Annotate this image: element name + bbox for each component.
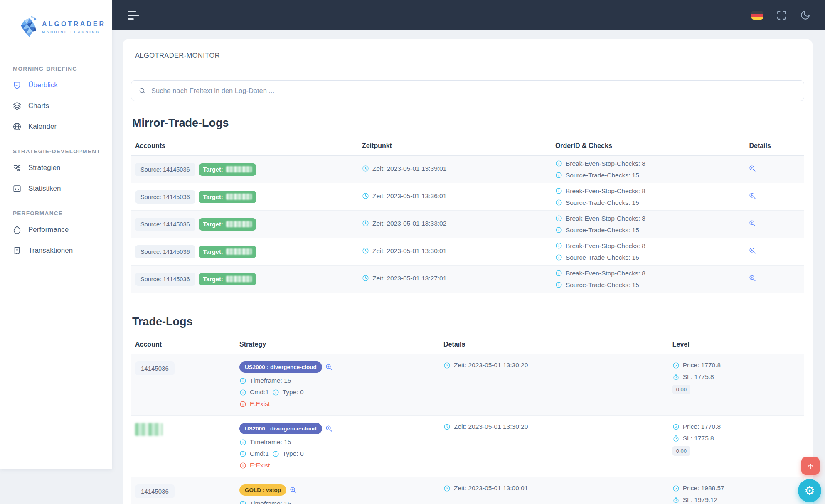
sidebar: ALGOTRADER MACHINE LEARNING MORNING-BRIE… bbox=[0, 0, 112, 469]
info-icon bbox=[239, 439, 246, 446]
moon-icon[interactable] bbox=[800, 10, 810, 20]
redacted-target-account bbox=[226, 248, 252, 255]
target-account-badge: Target: bbox=[199, 163, 256, 176]
trade-logs-title: Trade-Logs bbox=[132, 315, 803, 328]
strategy-zoom-icon[interactable] bbox=[290, 487, 297, 494]
brain-logo-icon bbox=[18, 14, 37, 40]
details-zoom-icon[interactable] bbox=[749, 192, 756, 199]
mirror-log-row: Source: 14145036Target: Zeit: 2023-05-01… bbox=[131, 156, 804, 183]
receipt-icon bbox=[12, 246, 22, 255]
log-search-bar[interactable] bbox=[131, 80, 804, 101]
app-logo[interactable]: ALGOTRADER MACHINE LEARNING bbox=[0, 0, 112, 40]
info-icon bbox=[555, 270, 562, 277]
target-account-badge: Target: bbox=[199, 246, 256, 258]
sidebar-item-label: Kalender bbox=[28, 123, 57, 131]
strategy-badge: GOLD : vstop bbox=[239, 484, 286, 496]
sidebar-item-statistiken[interactable]: Statistiken bbox=[12, 178, 105, 199]
info-icon bbox=[555, 254, 562, 261]
check-circle-icon bbox=[672, 423, 680, 430]
source-account-badge: Source: 14145036 bbox=[135, 218, 195, 231]
settings-fab-button[interactable]: ⚙ bbox=[798, 479, 821, 502]
error-value: E:Exist bbox=[250, 400, 270, 408]
mirror-log-row: Source: 14145036Target: Zeit: 2023-05-01… bbox=[131, 183, 804, 211]
details-zoom-icon[interactable] bbox=[749, 220, 756, 227]
gear-icon: ⚙ bbox=[804, 484, 815, 498]
redacted-target-account bbox=[226, 194, 252, 200]
details-zoom-icon[interactable] bbox=[749, 275, 756, 282]
sidebar-item-kalender[interactable]: Kalender bbox=[12, 116, 105, 137]
col-orderid-checks: OrderID & Checks bbox=[551, 136, 745, 155]
nav-section-morning-briefing: MORNING-BRIEFING bbox=[13, 66, 105, 72]
info-icon bbox=[555, 160, 562, 167]
layers-icon bbox=[12, 101, 22, 111]
price-value: Price: 1988.57 bbox=[683, 484, 724, 492]
mirror-table-header: Accounts Zeitpunkt OrderID & Checks Deta… bbox=[131, 136, 804, 156]
stopwatch-icon bbox=[672, 435, 680, 442]
clock-icon bbox=[362, 192, 369, 199]
info-icon bbox=[272, 389, 279, 396]
search-input[interactable] bbox=[151, 87, 796, 95]
hamburger-menu-icon[interactable] bbox=[127, 8, 140, 22]
up-arrow-icon bbox=[806, 462, 815, 470]
details-zoom-icon[interactable] bbox=[749, 247, 756, 254]
col-strategy: Strategy bbox=[235, 335, 439, 354]
zeit-value: Zeit: 2023-05-01 13:39:01 bbox=[372, 165, 446, 172]
mirror-trade-logs-section: Mirror-Trade-Logs Accounts Zeitpunkt Ord… bbox=[123, 117, 813, 293]
strategy-badge: US2000 : divergence-cloud bbox=[239, 361, 322, 373]
account-badge: 14145036 bbox=[135, 484, 175, 498]
zeit-value: Zeit: 2023-05-01 13:00:01 bbox=[454, 484, 528, 492]
clock-icon bbox=[443, 362, 451, 369]
sidebar-item-charts[interactable]: Charts bbox=[12, 96, 105, 116]
sidebar-item-transaktionen[interactable]: Transaktionen bbox=[12, 240, 105, 261]
strategy-zoom-icon[interactable] bbox=[325, 364, 332, 371]
error-info-icon bbox=[239, 401, 246, 408]
info-icon bbox=[555, 199, 562, 206]
sidebar-item-performance[interactable]: Performance bbox=[12, 219, 105, 240]
type-value: Type: 0 bbox=[283, 388, 304, 396]
col-zeitpunkt: Zeitpunkt bbox=[358, 136, 551, 155]
fullscreen-icon[interactable] bbox=[776, 10, 787, 20]
source-account-badge: Source: 14145036 bbox=[135, 190, 195, 204]
col-level: Level bbox=[668, 335, 804, 354]
details-zoom-icon[interactable] bbox=[749, 165, 756, 172]
info-icon bbox=[555, 281, 562, 288]
redacted-target-account bbox=[226, 276, 252, 282]
check-value: Source-Trade-Checks: 15 bbox=[566, 199, 639, 207]
error-info-icon bbox=[239, 462, 246, 469]
mirror-log-row: Source: 14145036Target: Zeit: 2023-05-01… bbox=[131, 266, 804, 293]
sidebar-item-ueberblick[interactable]: Überblick bbox=[12, 75, 105, 96]
scroll-to-top-button[interactable] bbox=[801, 457, 820, 475]
stopwatch-icon bbox=[672, 374, 680, 381]
target-account-badge: Target: bbox=[199, 218, 256, 231]
info-icon bbox=[239, 377, 246, 384]
logo-title: ALGOTRADER bbox=[42, 20, 106, 28]
monitor-card: ALGOTRADER-MONITOR Mirror-Trade-Logs Acc… bbox=[123, 39, 813, 504]
sidebar-item-label: Statistiken bbox=[28, 184, 61, 193]
redacted-target-account bbox=[226, 221, 252, 227]
overview-shield-icon bbox=[12, 81, 22, 90]
topbar bbox=[112, 0, 825, 30]
info-icon bbox=[555, 242, 562, 249]
info-icon bbox=[239, 450, 246, 457]
zeit-value: Zeit: 2023-05-01 13:30:01 bbox=[372, 247, 446, 255]
price-value: Price: 1770.8 bbox=[683, 361, 721, 369]
check-value: Source-Trade-Checks: 15 bbox=[566, 254, 639, 261]
sidebar-item-label: Strategien bbox=[28, 164, 61, 172]
trade-logs-section: Trade-Logs Account Strategy Details Leve… bbox=[123, 315, 813, 504]
info-icon bbox=[555, 215, 562, 222]
zeit-value: Zeit: 2023-05-01 13:33:02 bbox=[372, 220, 446, 227]
clock-icon bbox=[362, 247, 369, 254]
sidebar-item-strategien[interactable]: Strategien bbox=[12, 157, 105, 178]
logo-subtitle: MACHINE LEARNING bbox=[42, 30, 106, 34]
timeframe-value: Timeframe: 15 bbox=[250, 438, 291, 446]
timeframe-value: Timeframe: 15 bbox=[250, 500, 291, 504]
german-flag-icon[interactable] bbox=[751, 11, 763, 20]
clock-icon bbox=[362, 275, 369, 282]
sl-value: SL: 1979.12 bbox=[683, 496, 718, 504]
strategy-zoom-icon[interactable] bbox=[325, 425, 332, 432]
col-details: Details bbox=[439, 335, 668, 354]
page-title: ALGOTRADER-MONITOR bbox=[123, 39, 813, 70]
col-accounts: Accounts bbox=[131, 136, 358, 155]
info-icon bbox=[239, 389, 246, 396]
zeit-value: Zeit: 2023-05-01 13:30:20 bbox=[454, 361, 528, 369]
